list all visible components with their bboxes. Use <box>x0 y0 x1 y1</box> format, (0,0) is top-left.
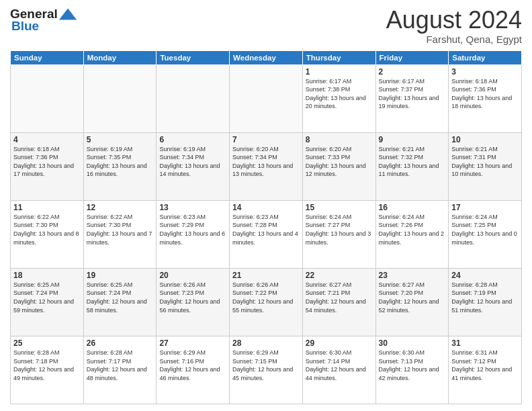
day-number: 30 <box>379 338 446 348</box>
table-row: 29Sunrise: 6:30 AMSunset: 7:14 PMDayligh… <box>302 336 375 404</box>
calendar-body: 1Sunrise: 6:17 AMSunset: 7:38 PMDaylight… <box>11 64 522 404</box>
day-number: 29 <box>306 338 373 348</box>
day-info: Sunrise: 6:20 AMSunset: 7:34 PMDaylight:… <box>232 145 300 179</box>
day-info: Sunrise: 6:18 AMSunset: 7:36 PMDaylight:… <box>451 77 519 111</box>
calendar-week-row: 4Sunrise: 6:18 AMSunset: 7:36 PMDaylight… <box>11 132 522 200</box>
day-info: Sunrise: 6:25 AMSunset: 7:24 PMDaylight:… <box>87 281 154 314</box>
day-info: Sunrise: 6:28 AMSunset: 7:18 PMDaylight:… <box>13 349 81 382</box>
table-row: 11Sunrise: 6:22 AMSunset: 7:30 PMDayligh… <box>11 200 84 268</box>
table-row: 22Sunrise: 6:27 AMSunset: 7:21 PMDayligh… <box>302 268 375 336</box>
table-row: 16Sunrise: 6:24 AMSunset: 7:26 PMDayligh… <box>375 200 449 268</box>
table-row: 9Sunrise: 6:21 AMSunset: 7:32 PMDaylight… <box>375 132 449 200</box>
day-number: 3 <box>451 67 519 77</box>
table-row: 28Sunrise: 6:29 AMSunset: 7:15 PMDayligh… <box>230 336 303 404</box>
day-number: 24 <box>451 271 519 280</box>
day-number: 14 <box>232 203 300 212</box>
day-number: 22 <box>306 271 373 280</box>
table-row: 1Sunrise: 6:17 AMSunset: 7:38 PMDaylight… <box>302 64 375 132</box>
table-row: 4Sunrise: 6:18 AMSunset: 7:36 PMDaylight… <box>11 132 84 200</box>
col-tuesday: Tuesday <box>157 50 230 64</box>
day-number: 10 <box>451 135 519 144</box>
day-info: Sunrise: 6:21 AMSunset: 7:32 PMDaylight:… <box>379 145 446 179</box>
header: General Blue August 2024 Farshut, Qena, … <box>10 7 522 45</box>
calendar-page: General Blue August 2024 Farshut, Qena, … <box>0 0 532 411</box>
month-title: August 2024 <box>386 7 522 34</box>
day-number: 17 <box>451 203 519 212</box>
table-row <box>11 64 84 132</box>
day-number: 11 <box>13 203 81 212</box>
day-number: 9 <box>379 135 446 144</box>
table-row: 26Sunrise: 6:28 AMSunset: 7:17 PMDayligh… <box>83 336 157 404</box>
calendar-table: Sunday Monday Tuesday Wednesday Thursday… <box>10 50 522 404</box>
logo-blue: Blue <box>11 19 39 33</box>
day-number: 6 <box>159 135 226 144</box>
table-row: 5Sunrise: 6:19 AMSunset: 7:35 PMDaylight… <box>83 132 157 200</box>
calendar-header-row: Sunday Monday Tuesday Wednesday Thursday… <box>11 50 522 64</box>
day-number: 21 <box>232 271 300 280</box>
day-info: Sunrise: 6:29 AMSunset: 7:15 PMDaylight:… <box>232 349 300 382</box>
calendar-week-row: 1Sunrise: 6:17 AMSunset: 7:38 PMDaylight… <box>11 64 522 132</box>
day-info: Sunrise: 6:24 AMSunset: 7:25 PMDaylight:… <box>451 213 519 246</box>
day-info: Sunrise: 6:22 AMSunset: 7:30 PMDaylight:… <box>13 213 81 246</box>
day-info: Sunrise: 6:24 AMSunset: 7:27 PMDaylight:… <box>306 213 373 246</box>
day-info: Sunrise: 6:27 AMSunset: 7:21 PMDaylight:… <box>306 281 373 314</box>
day-number: 12 <box>87 203 154 212</box>
col-saturday: Saturday <box>449 50 522 64</box>
day-number: 2 <box>379 67 446 77</box>
day-info: Sunrise: 6:29 AMSunset: 7:16 PMDaylight:… <box>159 349 226 382</box>
day-number: 8 <box>306 135 373 144</box>
day-number: 15 <box>306 203 373 212</box>
logo: General Blue <box>10 7 79 34</box>
day-info: Sunrise: 6:28 AMSunset: 7:17 PMDaylight:… <box>87 349 154 382</box>
day-info: Sunrise: 6:30 AMSunset: 7:14 PMDaylight:… <box>306 349 373 382</box>
day-number: 31 <box>451 338 519 348</box>
col-friday: Friday <box>375 50 449 64</box>
day-info: Sunrise: 6:21 AMSunset: 7:31 PMDaylight:… <box>451 145 519 179</box>
table-row: 15Sunrise: 6:24 AMSunset: 7:27 PMDayligh… <box>302 200 375 268</box>
day-number: 18 <box>13 271 81 280</box>
day-info: Sunrise: 6:30 AMSunset: 7:13 PMDaylight:… <box>379 349 446 382</box>
table-row: 14Sunrise: 6:23 AMSunset: 7:28 PMDayligh… <box>230 200 303 268</box>
col-thursday: Thursday <box>302 50 375 64</box>
day-info: Sunrise: 6:31 AMSunset: 7:12 PMDaylight:… <box>451 349 519 382</box>
day-number: 1 <box>306 67 373 77</box>
day-info: Sunrise: 6:27 AMSunset: 7:20 PMDaylight:… <box>379 281 446 314</box>
day-number: 23 <box>379 271 446 280</box>
table-row: 23Sunrise: 6:27 AMSunset: 7:20 PMDayligh… <box>375 268 449 336</box>
day-info: Sunrise: 6:22 AMSunset: 7:30 PMDaylight:… <box>87 213 154 246</box>
day-info: Sunrise: 6:28 AMSunset: 7:19 PMDaylight:… <box>451 281 519 314</box>
title-block: August 2024 Farshut, Qena, Egypt <box>386 7 522 45</box>
day-info: Sunrise: 6:17 AMSunset: 7:38 PMDaylight:… <box>306 77 373 111</box>
day-number: 16 <box>379 203 446 212</box>
day-info: Sunrise: 6:19 AMSunset: 7:35 PMDaylight:… <box>87 145 154 179</box>
calendar-week-row: 25Sunrise: 6:28 AMSunset: 7:18 PMDayligh… <box>11 336 522 404</box>
table-row: 18Sunrise: 6:25 AMSunset: 7:24 PMDayligh… <box>11 268 84 336</box>
day-number: 28 <box>232 338 300 348</box>
day-number: 7 <box>232 135 300 144</box>
day-info: Sunrise: 6:25 AMSunset: 7:24 PMDaylight:… <box>13 281 81 314</box>
table-row <box>83 64 157 132</box>
day-info: Sunrise: 6:23 AMSunset: 7:28 PMDaylight:… <box>232 213 300 246</box>
day-number: 13 <box>159 203 226 212</box>
table-row: 27Sunrise: 6:29 AMSunset: 7:16 PMDayligh… <box>157 336 230 404</box>
table-row: 19Sunrise: 6:25 AMSunset: 7:24 PMDayligh… <box>83 268 157 336</box>
day-number: 19 <box>87 271 154 280</box>
calendar-week-row: 11Sunrise: 6:22 AMSunset: 7:30 PMDayligh… <box>11 200 522 268</box>
logo-icon <box>59 7 78 21</box>
table-row: 2Sunrise: 6:17 AMSunset: 7:37 PMDaylight… <box>375 64 449 132</box>
day-number: 26 <box>87 338 154 348</box>
table-row: 10Sunrise: 6:21 AMSunset: 7:31 PMDayligh… <box>449 132 522 200</box>
col-sunday: Sunday <box>11 50 84 64</box>
day-info: Sunrise: 6:26 AMSunset: 7:23 PMDaylight:… <box>159 281 226 314</box>
table-row: 25Sunrise: 6:28 AMSunset: 7:18 PMDayligh… <box>11 336 84 404</box>
day-number: 4 <box>13 135 81 144</box>
day-number: 25 <box>13 338 81 348</box>
table-row: 17Sunrise: 6:24 AMSunset: 7:25 PMDayligh… <box>449 200 522 268</box>
table-row <box>230 64 303 132</box>
table-row: 13Sunrise: 6:23 AMSunset: 7:29 PMDayligh… <box>157 200 230 268</box>
table-row: 24Sunrise: 6:28 AMSunset: 7:19 PMDayligh… <box>449 268 522 336</box>
table-row: 12Sunrise: 6:22 AMSunset: 7:30 PMDayligh… <box>83 200 157 268</box>
table-row: 20Sunrise: 6:26 AMSunset: 7:23 PMDayligh… <box>157 268 230 336</box>
table-row: 30Sunrise: 6:30 AMSunset: 7:13 PMDayligh… <box>375 336 449 404</box>
table-row <box>157 64 230 132</box>
